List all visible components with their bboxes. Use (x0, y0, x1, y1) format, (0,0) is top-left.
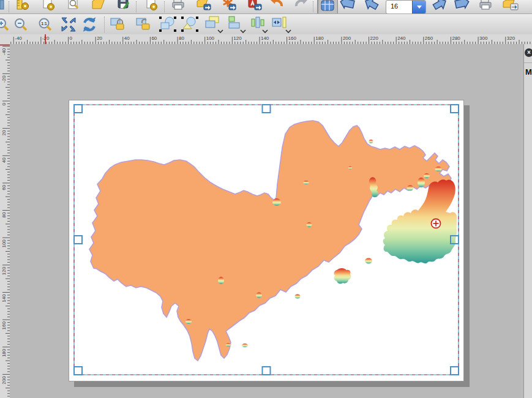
toolbar-composer: 16 (0, 0, 532, 14)
composer-manager-button[interactable] (66, 0, 81, 12)
combo-dropdown-button[interactable] (412, 1, 425, 13)
partial-icon (0, 0, 16, 12)
svg-text:60: 60 (1, 184, 7, 190)
svg-text:220: 220 (370, 36, 379, 41)
save-project-button[interactable] (116, 0, 132, 12)
raster-patch (295, 295, 301, 299)
svg-text:40: 40 (1, 157, 7, 163)
load-template-button[interactable] (91, 0, 107, 12)
export-svg-button[interactable] (221, 0, 237, 12)
atlas-preview-toggle[interactable] (317, 0, 338, 14)
svg-text:60: 60 (151, 36, 157, 41)
distribute-items-dropdown[interactable] (248, 15, 270, 34)
svg-text:140: 140 (1, 294, 7, 302)
selection-handle[interactable] (451, 367, 459, 375)
selection-handle[interactable] (263, 105, 271, 113)
selection-handle[interactable] (74, 236, 82, 244)
unlock-items-button[interactable] (135, 15, 154, 34)
ruler-corner (0, 34, 10, 45)
atlas-last-button[interactable] (451, 0, 473, 12)
move-item-content-button[interactable] (180, 15, 200, 34)
svg-text:120: 120 (1, 266, 7, 275)
svg-text:-40: -40 (1, 48, 7, 55)
svg-text:200: 200 (1, 376, 7, 385)
svg-text:160: 160 (1, 321, 7, 330)
raster-patch (424, 173, 430, 178)
atlas-first-button[interactable] (337, 0, 359, 12)
atlas-feature-value: 16 (386, 1, 412, 13)
raster-patch (304, 181, 309, 184)
svg-text:0: 0 (70, 36, 73, 41)
svg-text:180: 180 (315, 36, 324, 41)
selection-handle[interactable] (451, 105, 459, 113)
zoom-actual-button[interactable]: 1:1 (34, 15, 54, 34)
toolbar-item-actions: 1:1 (0, 14, 532, 35)
raster-patch (365, 258, 372, 264)
map-item[interactable] (69, 100, 463, 381)
raster-patch (348, 167, 352, 170)
horizontal-ruler: -40-200204060801001201401601802002202402… (10, 34, 532, 45)
svg-text:0: 0 (1, 102, 7, 105)
select-move-item-button[interactable] (158, 15, 178, 34)
close-icon[interactable]: × (525, 48, 532, 57)
print-button[interactable] (170, 0, 186, 12)
svg-text:20: 20 (97, 36, 102, 41)
svg-text:180: 180 (1, 348, 7, 357)
dock-divider (524, 62, 532, 63)
zoom-out-button[interactable] (10, 15, 29, 34)
redo-button[interactable] (293, 0, 309, 12)
selection-handle[interactable] (74, 367, 82, 375)
print-atlas-button[interactable] (476, 0, 495, 12)
dock-title: M (525, 67, 532, 77)
svg-text:40: 40 (124, 36, 130, 41)
chevron-down-icon (417, 6, 422, 9)
svg-text:-40: -40 (15, 36, 22, 41)
refresh-button[interactable] (80, 15, 99, 34)
svg-text:100: 100 (1, 239, 7, 248)
atlas-prev-button[interactable] (361, 0, 383, 12)
svg-text:80: 80 (179, 36, 184, 41)
undo-button[interactable] (269, 0, 285, 12)
atlas-next-button[interactable] (428, 0, 450, 12)
duplicate-composer-button[interactable] (40, 0, 56, 12)
svg-text:1:1: 1:1 (41, 21, 47, 26)
selection-handle[interactable] (263, 367, 271, 375)
zoom-full-button[interactable] (59, 15, 78, 34)
save-as-template-button[interactable] (144, 0, 160, 12)
atlas-feature-combobox[interactable]: 16 (386, 0, 426, 14)
svg-text:80: 80 (1, 212, 7, 217)
svg-text:240: 240 (397, 36, 406, 41)
raster-patch (185, 319, 192, 324)
raster-patch (307, 222, 312, 227)
raster-patch (334, 268, 351, 283)
export-pdf-button[interactable] (247, 0, 263, 12)
svg-text:300: 300 (479, 36, 488, 41)
svg-text:20: 20 (1, 130, 7, 135)
resize-items-dropdown[interactable] (270, 15, 293, 34)
raster-patch (407, 186, 414, 191)
lock-items-button[interactable] (109, 15, 129, 34)
align-items-dropdown[interactable] (226, 15, 248, 34)
vertical-ruler: -40-20020406080100120140160180200 (0, 44, 10, 398)
raster-patch (369, 140, 373, 143)
svg-text:260: 260 (425, 36, 433, 41)
svg-text:280: 280 (452, 36, 460, 41)
raster-patch (418, 178, 425, 187)
raster-patch (435, 167, 442, 171)
right-dock-panel: × M (523, 44, 532, 398)
paper-sheet[interactable] (69, 100, 464, 381)
interpolation-raster-region (383, 179, 457, 263)
svg-text:200: 200 (343, 36, 351, 41)
atlas-highlight-marker-icon (432, 219, 441, 228)
raise-items-dropdown[interactable] (203, 15, 225, 34)
svg-text:320: 320 (507, 36, 515, 41)
svg-text:100: 100 (206, 36, 215, 41)
export-atlas-button[interactable] (500, 0, 521, 12)
svg-text:120: 120 (233, 36, 242, 41)
selection-handle[interactable] (74, 105, 82, 113)
export-image-button[interactable] (196, 0, 212, 12)
raster-patch (256, 293, 262, 298)
svg-text:140: 140 (261, 36, 269, 41)
composition-canvas[interactable] (10, 44, 523, 398)
new-composer-button[interactable] (15, 0, 31, 12)
